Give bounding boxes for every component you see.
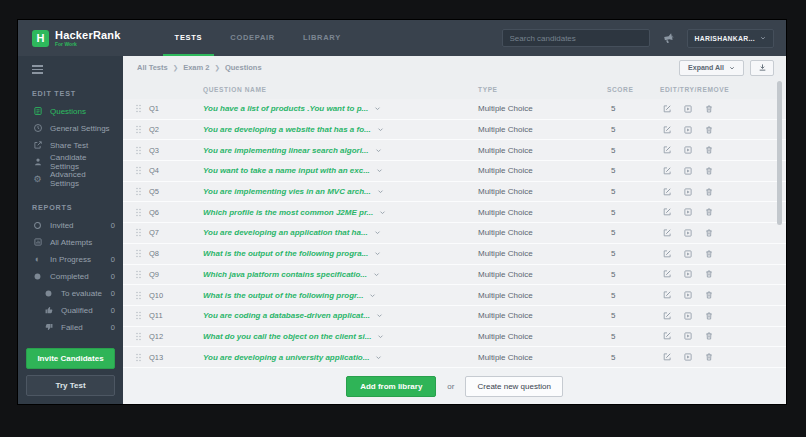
remove-question-button[interactable] (704, 187, 714, 197)
breadcrumb-questions: Questions (225, 63, 262, 72)
question-link[interactable]: Which profile is the most common J2ME pr… (203, 208, 478, 217)
question-id: Q1 (149, 104, 203, 113)
remove-question-button[interactable] (704, 207, 714, 217)
drag-handle[interactable] (135, 353, 149, 362)
sidebar-report-in-progress[interactable]: ◐In Progress0 (18, 251, 123, 268)
edit-question-button[interactable] (662, 187, 672, 197)
drag-handle[interactable] (135, 187, 149, 196)
drag-handle[interactable] (135, 291, 149, 300)
sidebar-report-qualified[interactable]: Qualified0 (18, 302, 123, 319)
question-link[interactable]: You are implementing linear search algor… (203, 146, 478, 155)
try-question-button[interactable] (683, 104, 693, 114)
try-question-button[interactable] (683, 331, 693, 341)
sidebar-item-label: General Settings (50, 124, 110, 133)
breadcrumb-exam[interactable]: Exam 2 (183, 63, 209, 72)
nav-tab-codepair[interactable]: CODEPAIR (218, 20, 287, 56)
try-question-button[interactable] (683, 311, 693, 321)
question-link[interactable]: You are implementing vies in an MVC arch… (203, 187, 478, 196)
remove-question-button[interactable] (704, 269, 714, 279)
drag-handle[interactable] (135, 166, 149, 175)
drag-handle[interactable] (135, 249, 149, 258)
remove-question-button[interactable] (704, 352, 714, 362)
question-link[interactable]: You want to take a name input with an ex… (203, 166, 478, 175)
question-link[interactable]: You have a list of products .You want to… (203, 104, 478, 113)
edit-question-button[interactable] (662, 166, 672, 176)
drag-handle[interactable] (135, 208, 149, 217)
drag-handle[interactable] (135, 104, 149, 113)
remove-question-button[interactable] (704, 145, 714, 155)
question-link[interactable]: What is the output of the following prog… (203, 249, 478, 258)
sidebar-report-failed[interactable]: Failed0 (18, 319, 123, 336)
try-question-button[interactable] (683, 145, 693, 155)
question-link[interactable]: You are coding a database-driven applica… (203, 311, 478, 320)
edit-question-button[interactable] (662, 104, 672, 114)
remove-question-button[interactable] (704, 331, 714, 341)
try-question-button[interactable] (683, 228, 693, 238)
hamburger-menu-icon[interactable] (32, 65, 43, 74)
edit-question-button[interactable] (662, 269, 672, 279)
question-link[interactable]: You are developing a website that has a … (203, 125, 478, 134)
chevron-down-icon (376, 167, 383, 174)
try-question-button[interactable] (683, 290, 693, 300)
sidebar-item-candidate-settings[interactable]: Candidate Settings (18, 154, 123, 171)
expand-all-button[interactable]: Expand All (679, 60, 744, 76)
sidebar-item-general-settings[interactable]: General Settings (18, 120, 123, 137)
table-row: Q7You are developing an application that… (123, 223, 786, 244)
question-link[interactable]: What is the output of the following prog… (203, 291, 478, 300)
edit-question-button[interactable] (662, 249, 672, 259)
edit-question-button[interactable] (662, 145, 672, 155)
try-question-button[interactable] (683, 352, 693, 362)
drag-handle[interactable] (135, 311, 149, 320)
download-button[interactable] (750, 60, 774, 76)
sidebar-item-questions[interactable]: Questions (18, 103, 123, 120)
user-menu[interactable]: HARISHANKAR... (687, 29, 774, 48)
edit-question-button[interactable] (662, 228, 672, 238)
create-new-question-button[interactable]: Create new question (465, 376, 562, 397)
try-question-button[interactable] (683, 207, 693, 217)
try-question-button[interactable] (683, 125, 693, 135)
add-from-library-button[interactable]: Add from library (346, 376, 436, 397)
sidebar-report-invited[interactable]: Invited0 (18, 217, 123, 234)
try-test-button[interactable]: Try Test (26, 375, 115, 396)
remove-question-button[interactable] (704, 311, 714, 321)
sidebar-item-share-test[interactable]: Share Test (18, 137, 123, 154)
sidebar-item-advanced-settings[interactable]: ⚙Advanced Settings (18, 171, 123, 188)
question-link[interactable]: You are developing an application that h… (203, 228, 478, 237)
search-input[interactable] (502, 29, 650, 47)
question-link[interactable]: Which java platform contains specificati… (203, 270, 478, 279)
remove-question-button[interactable] (704, 166, 714, 176)
try-question-button[interactable] (683, 187, 693, 197)
remove-question-button[interactable] (704, 125, 714, 135)
drag-handle[interactable] (135, 146, 149, 155)
try-question-button[interactable] (683, 249, 693, 259)
remove-question-button[interactable] (704, 228, 714, 238)
try-question-button[interactable] (683, 269, 693, 279)
remove-question-button[interactable] (704, 104, 714, 114)
edit-question-button[interactable] (662, 352, 672, 362)
nav-tab-tests[interactable]: TESTS (163, 20, 215, 56)
remove-question-button[interactable] (704, 249, 714, 259)
breadcrumb-all-tests[interactable]: All Tests (137, 63, 168, 72)
edit-question-button[interactable] (662, 207, 672, 217)
brand[interactable]: H HackerRank For Work (18, 20, 121, 56)
edit-question-button[interactable] (662, 125, 672, 135)
sidebar-report-to-evaluate[interactable]: To evaluate0 (18, 285, 123, 302)
invite-candidates-button[interactable]: Invite Candidates (26, 348, 115, 369)
drag-handle[interactable] (135, 270, 149, 279)
nav-tab-library[interactable]: LIBRARY (291, 20, 353, 56)
drag-handle[interactable] (135, 125, 149, 134)
sidebar-report-completed[interactable]: Completed0 (18, 268, 123, 285)
sidebar-report-all-attempts[interactable]: All Attempts (18, 234, 123, 251)
drag-handle[interactable] (135, 332, 149, 341)
edit-question-button[interactable] (662, 290, 672, 300)
question-type: Multiple Choice (478, 332, 607, 341)
edit-question-button[interactable] (662, 311, 672, 321)
scrollbar[interactable] (777, 81, 782, 225)
question-link[interactable]: What do you call the object on the clien… (203, 332, 478, 341)
drag-handle[interactable] (135, 228, 149, 237)
question-link[interactable]: You are developing a university applicat… (203, 353, 478, 362)
try-question-button[interactable] (683, 166, 693, 176)
megaphone-icon[interactable] (660, 30, 675, 45)
remove-question-button[interactable] (704, 290, 714, 300)
edit-question-button[interactable] (662, 331, 672, 341)
